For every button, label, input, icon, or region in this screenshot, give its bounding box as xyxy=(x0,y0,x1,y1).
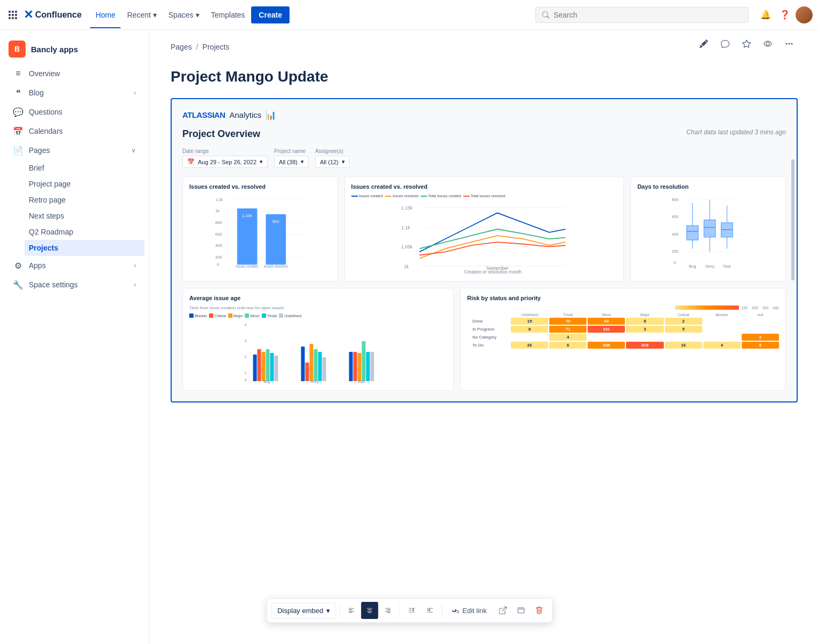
sidebar-item-retro-page[interactable]: Retro page xyxy=(29,192,144,208)
sidebar-item-overview[interactable]: ≡ Overview xyxy=(4,64,144,83)
nav-recent[interactable]: Recent ▾ xyxy=(122,6,162,23)
nav-home[interactable]: Home xyxy=(90,6,121,23)
page-title: Project Mango Update xyxy=(171,68,798,85)
svg-rect-83 xyxy=(354,352,357,381)
legend-major: Major xyxy=(228,313,243,318)
sidebar-item-projects[interactable]: Projects xyxy=(25,240,144,256)
star-button[interactable] xyxy=(738,35,755,52)
notifications-button[interactable]: 🔔 xyxy=(757,6,774,23)
legend-trivial: Trivial xyxy=(262,313,277,318)
toolbar-separator-3 xyxy=(441,604,442,617)
embed-scrollbar[interactable] xyxy=(791,159,794,280)
svg-rect-86 xyxy=(366,352,370,381)
svg-text:Bug: Bug xyxy=(689,264,696,269)
chevron-down-icon: ▾ xyxy=(342,158,345,165)
sidebar-item-q2-roadmap[interactable]: Q2 Roadmap xyxy=(29,224,144,240)
sidebar-item-pages[interactable]: 📄 Pages ∨ xyxy=(4,141,144,160)
chart4-area: 4 3 2 1 0 xyxy=(189,320,447,384)
sidebar-item-apps[interactable]: ⚙ Apps › xyxy=(4,256,144,275)
edit-link-button[interactable]: Edit link xyxy=(445,603,493,618)
svg-text:1.2k: 1.2k xyxy=(215,197,223,202)
svg-text:400: 400 xyxy=(215,243,222,248)
sidebar-item-project-page[interactable]: Project page xyxy=(29,176,144,192)
svg-rect-73 xyxy=(275,356,278,381)
svg-rect-79 xyxy=(318,352,322,381)
confluence-logo[interactable]: ✕ Confluence xyxy=(23,8,82,22)
heatmap-area: 100 200 300 400 Undefined Trivial xyxy=(467,305,779,380)
svg-text:Issues created: Issues created xyxy=(236,264,258,268)
sidebar-item-calendars[interactable]: 📅 Calendars xyxy=(4,122,144,141)
svg-rect-2 xyxy=(15,11,17,13)
sidebar-item-blog[interactable]: ❝ Blog › xyxy=(4,83,144,102)
delete-button[interactable] xyxy=(531,602,548,619)
bar-chart-svg: 1.2k 1k 800 600 400 200 0 xyxy=(189,194,331,269)
apps-icon: ⚙ xyxy=(13,260,23,271)
sidebar-item-next-steps[interactable]: Next steps xyxy=(29,208,144,224)
avatar[interactable] xyxy=(796,6,813,23)
svg-text:600: 600 xyxy=(672,214,679,219)
align-center-button[interactable] xyxy=(361,602,378,619)
indent-left-button[interactable] xyxy=(403,602,420,619)
svg-text:Bug: Bug xyxy=(263,380,270,384)
legend-issues-resolved: Issues resolved xyxy=(385,194,419,198)
space-settings-icon: 🔧 xyxy=(13,279,23,290)
project-select[interactable]: All (38) ▾ xyxy=(274,156,309,168)
svg-text:Task: Task xyxy=(723,264,732,269)
align-left-button[interactable] xyxy=(343,602,360,619)
workspace-header[interactable]: B Bancly apps xyxy=(0,36,149,64)
project-filter: Project name All (38) ▾ xyxy=(274,148,309,168)
nav-spaces[interactable]: Spaces ▾ xyxy=(163,6,205,23)
legend-total-created: Total issues created xyxy=(421,194,461,198)
search-input[interactable] xyxy=(553,11,742,19)
sidebar-item-questions[interactable]: 💬 Questions xyxy=(4,102,144,122)
unlink-button[interactable] xyxy=(512,602,529,619)
sidebar-item-space-settings[interactable]: 🔧 Space settings › xyxy=(4,275,144,294)
svg-text:1.10k: 1.10k xyxy=(242,213,252,218)
breadcrumb-pages[interactable]: Pages xyxy=(171,43,192,51)
chevron-down-icon: ▾ xyxy=(260,158,263,165)
more-button[interactable] xyxy=(781,35,798,52)
page-actions xyxy=(695,35,798,52)
chart1-area: 1.2k 1k 800 600 400 200 0 xyxy=(189,194,331,269)
chart-issues-line: Issues created vs. resolved Issues creat… xyxy=(344,176,624,281)
svg-text:1.15k: 1.15k xyxy=(401,205,413,211)
sidebar-item-brief[interactable]: Brief xyxy=(29,160,144,176)
chevron-down-icon: ▾ xyxy=(196,11,199,19)
embed-inner: ATLASSIAN Analytics 📊 Project Overview C… xyxy=(172,99,797,401)
svg-rect-72 xyxy=(270,353,274,381)
display-embed-dropdown[interactable]: Display embed ▾ xyxy=(271,603,336,618)
create-button[interactable]: Create xyxy=(251,6,290,23)
chevron-right-icon: › xyxy=(134,262,136,269)
svg-text:Epic: Epic xyxy=(358,380,366,384)
date-range-select[interactable]: 📅 Aug 29 - Sep 26, 2022 ▾ xyxy=(182,156,268,168)
avatar-image xyxy=(796,6,813,23)
legend-undefined: Undefined xyxy=(279,313,301,318)
svg-text:Story: Story xyxy=(310,380,319,384)
calendars-icon: 📅 xyxy=(13,126,23,136)
help-button[interactable]: ❓ xyxy=(776,6,793,23)
nav-templates[interactable]: Templates xyxy=(206,6,251,23)
overview-header: Project Overview Chart data last updated… xyxy=(182,128,786,140)
box-chart-svg: 800 600 400 200 0 xyxy=(637,194,779,269)
grid-icon[interactable] xyxy=(6,9,19,21)
comment-button[interactable] xyxy=(717,35,734,52)
indent-right-button[interactable] xyxy=(421,602,438,619)
svg-rect-52 xyxy=(704,220,716,237)
breadcrumb-current[interactable]: Projects xyxy=(203,43,230,51)
align-right-button[interactable] xyxy=(379,602,396,619)
svg-rect-5 xyxy=(15,14,17,16)
svg-text:1k: 1k xyxy=(215,208,220,213)
open-button[interactable] xyxy=(494,602,511,619)
svg-text:600: 600 xyxy=(215,232,222,237)
date-range-filter: Date range 📅 Aug 29 - Sep 26, 2022 ▾ xyxy=(182,148,268,168)
assignee-select[interactable]: All (12) ▾ xyxy=(315,156,350,168)
svg-text:800: 800 xyxy=(672,197,679,202)
chart2-area: 1.15k 1.1k 1.05k 1k xyxy=(351,200,617,275)
main-layout: B Bancly apps ≡ Overview ❝ Blog › 💬 Ques… xyxy=(0,30,819,644)
edit-button[interactable] xyxy=(695,35,712,52)
assignee-filter: Assignee(s) All (12) ▾ xyxy=(315,148,350,168)
watch-button[interactable] xyxy=(759,35,776,52)
embed-toolbar: Display embed ▾ Edit link xyxy=(267,598,552,623)
svg-text:4: 4 xyxy=(245,323,247,327)
search-box[interactable] xyxy=(535,7,749,23)
